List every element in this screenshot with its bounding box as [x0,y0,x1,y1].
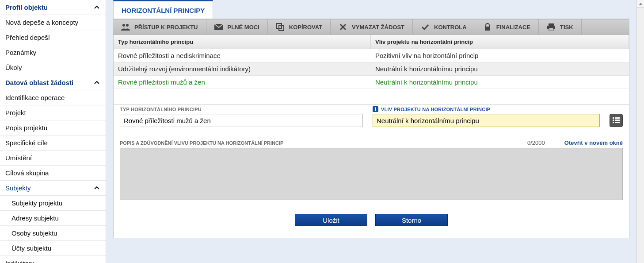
svg-point-0 [122,24,125,27]
open-new-window-link[interactable]: Otevřít v novém okně [564,139,623,146]
sidebar-section-profil[interactable]: Profil objektu [0,0,106,15]
sidebar-item-popis-projektu[interactable]: Popis projektu [0,120,106,135]
sidebar-item-identifikace[interactable]: Identifikace operace [0,90,106,105]
scroll-up-arrow-icon[interactable] [637,0,644,8]
toolbar-label: KONTROLA [434,24,467,31]
table-row[interactable]: Rovné příležitosti a nediskriminace Pozi… [114,49,629,62]
table-panel: Typ horizontálního principu Vliv projekt… [113,35,629,104]
mail-icon [214,23,223,31]
sidebar-item-subjekty-projektu[interactable]: Subjekty projektu [0,196,106,211]
table-row[interactable]: Udržitelný rozvoj (environmentální indik… [114,62,629,76]
toolbar-label: FINALIZACE [496,24,530,31]
sidebar-item-nova-depese[interactable]: Nová depeše a koncepty [0,15,106,30]
svg-rect-8 [549,28,553,31]
sidebar-item-prehled-depesi[interactable]: Přehled depeší [0,30,106,45]
copy-icon [276,23,285,31]
svg-rect-6 [549,23,554,26]
svg-rect-13 [613,122,614,123]
sidebar-subsection-label: Subjekty [5,184,31,192]
vertical-scrollbar[interactable] [636,0,644,263]
svg-rect-11 [613,120,614,121]
toolbar: PŘÍSTUP K PROJEKTU PLNÉ MOCI KOPÍROVAT V… [113,19,629,35]
svg-point-1 [126,24,129,27]
cell-type: Udržitelný rozvoj (environmentální indik… [114,62,371,75]
type-field-label: TYP HORIZONTÁLNÍHO PRINCIPU [120,107,363,112]
sidebar-item-ukoly[interactable]: Úkoly [0,60,106,75]
sidebar-section-datova-oblast[interactable]: Datová oblast žádosti [0,75,106,90]
scroll-track[interactable] [637,8,644,263]
chevron-up-icon [93,79,100,86]
tab-label: HORIZONTÁLNÍ PRINCIPY [122,7,205,14]
table-spacer [114,89,629,104]
toolbar-print-button[interactable]: TISK [539,19,582,35]
cell-impact: Neutrální k horizontálnímu principu [371,76,629,89]
lock-icon [483,23,492,31]
list-icon [613,117,620,124]
desc-field-label: POPIS A ZDŮVODNĚNÍ VLIVU PROJEKTU NA HOR… [120,140,283,146]
main-content: HORIZONTÁLNÍ PRINCIPY PŘÍSTUP K PROJEKTU… [106,0,636,263]
sidebar-section-label: Datová oblast žádosti [5,79,73,86]
col-header-type[interactable]: Typ horizontálního principu [114,35,371,49]
cell-impact: Neutrální k horizontálnímu principu [371,62,629,75]
sidebar-subsection-subjekty[interactable]: Subjekty [0,181,106,196]
svg-rect-12 [615,120,620,121]
sidebar-item-projekt[interactable]: Projekt [0,105,106,120]
svg-rect-5 [485,27,490,31]
print-icon [547,23,556,31]
description-textarea[interactable] [120,148,623,200]
svg-rect-14 [615,122,620,123]
save-button[interactable]: Uložit [295,214,367,226]
sidebar-item-indikatory[interactable]: Indikátory [0,256,106,263]
toolbar-check-button[interactable]: KONTROLA [413,19,475,35]
toolbar-mandates-button[interactable]: PLNÉ MOCI [206,19,268,35]
cancel-button[interactable]: Storno [375,214,448,226]
toolbar-label: TISK [560,24,573,31]
sidebar-item-specificke-cile[interactable]: Specifické cíle [0,135,106,151]
toolbar-label: KOPÍROVAT [289,24,322,31]
sidebar-section-label: Profil objektu [5,4,48,11]
check-icon [421,23,430,31]
delete-icon [339,23,347,31]
impact-field-label: i VLIV PROJEKTU NA HORIZONTÁLNÍ PRINCIP [373,106,600,112]
table-header: Typ horizontálního principu Vliv projekt… [114,35,629,49]
impact-input[interactable] [373,114,600,127]
svg-rect-9 [613,117,614,119]
chevron-up-icon [93,185,100,192]
sidebar-item-osoby-subjektu[interactable]: Osoby subjektu [0,226,106,241]
sidebar-item-poznamky[interactable]: Poznámky [0,45,106,60]
char-counter: 0/2000 [527,139,545,146]
toolbar-label: PLNÉ MOCI [228,24,259,31]
cell-type: Rovné příležitosti a nediskriminace [114,49,371,62]
sidebar: Profil objektu Nová depeše a koncepty Př… [0,0,106,263]
tab-horizontalni-principy[interactable]: HORIZONTÁLNÍ PRINCIPY [113,0,213,19]
toolbar-access-button[interactable]: PŘÍSTUP K PROJEKTU [113,19,206,35]
col-header-impact[interactable]: Vliv projektu na horizontální princip [371,35,629,49]
form-area: TYP HORIZONTÁLNÍHO PRINCIPU i VLIV PROJE… [113,104,629,238]
people-icon [121,23,130,31]
sidebar-item-cilova-skupina[interactable]: Cílová skupina [0,166,106,181]
type-input[interactable] [120,114,363,127]
sidebar-item-adresy-subjektu[interactable]: Adresy subjektu [0,211,106,226]
tab-bar: HORIZONTÁLNÍ PRINCIPY [113,0,629,19]
toolbar-label: VYMAZAT ŽÁDOST [352,24,404,31]
chevron-up-icon [93,4,100,11]
sidebar-item-umisteni[interactable]: Umístění [0,151,106,166]
cell-type: Rovné příležitosti mužů a žen [114,76,371,89]
toolbar-label: PŘÍSTUP K PROJEKTU [134,24,198,31]
table-row-active[interactable]: Rovné příležitosti mužů a žen Neutrální … [114,76,629,89]
toolbar-delete-button[interactable]: VYMAZAT ŽÁDOST [331,19,413,35]
cell-impact: Pozitivní vliv na horizontální princip [371,49,629,62]
toolbar-copy-button[interactable]: KOPÍROVAT [268,19,331,35]
toolbar-finalize-button[interactable]: FINALIZACE [475,19,539,35]
required-icon: i [373,106,378,112]
lookup-button[interactable] [610,114,623,127]
sidebar-item-ucty-subjektu[interactable]: Účty subjektu [0,241,106,256]
svg-rect-10 [615,117,620,119]
